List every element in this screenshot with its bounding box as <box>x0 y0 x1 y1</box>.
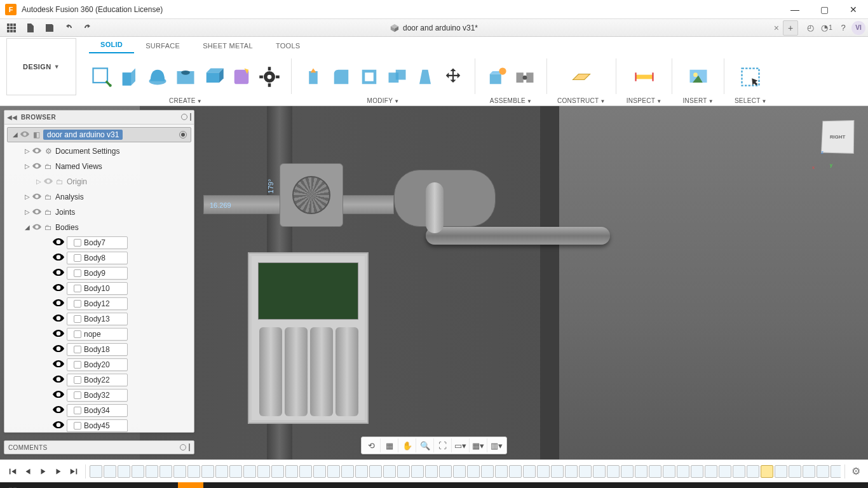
viewcube-face[interactable]: RIGHT <box>821 120 854 154</box>
body-chip[interactable]: Body8 <box>67 252 128 264</box>
comments-options-icon[interactable] <box>180 444 186 451</box>
chrome-taskbar-icon[interactable]: ◉ <box>102 482 127 488</box>
insert-decal-icon[interactable] <box>687 65 710 88</box>
viewport[interactable]: 16.269 179° RIGHT zyx ◀◀ BROWSER ◢◧door … <box>0 106 868 459</box>
zoom-button[interactable]: 🔍 <box>416 438 434 452</box>
timeline-feature[interactable] <box>649 465 661 478</box>
visibility-icon[interactable] <box>53 376 64 384</box>
viewport-layout-button[interactable]: ▥▾ <box>487 438 505 452</box>
tab-surface[interactable]: SURFACE <box>134 39 191 53</box>
timeline-feature[interactable] <box>551 465 564 478</box>
timeline-feature[interactable] <box>775 465 787 478</box>
timeline-feature[interactable] <box>118 465 130 478</box>
expand-icon[interactable]: ▷ <box>35 178 43 185</box>
start-button[interactable] <box>0 482 25 488</box>
extensions-button[interactable]: ◴ <box>802 20 818 36</box>
timeline-feature[interactable] <box>691 465 703 478</box>
timeline-feature[interactable] <box>243 465 256 478</box>
timeline-feature[interactable] <box>439 465 452 478</box>
visibility-icon[interactable] <box>53 330 64 339</box>
body-chip[interactable]: Body13 <box>67 313 128 325</box>
viewcube[interactable]: RIGHT zyx <box>816 115 859 158</box>
timeline-feature[interactable] <box>565 465 578 478</box>
box-icon[interactable] <box>202 65 225 88</box>
close-tab-button[interactable]: × <box>774 23 779 33</box>
timeline-feature[interactable] <box>146 465 158 478</box>
timeline-feature[interactable] <box>817 465 829 478</box>
comments-grip-icon[interactable] <box>189 444 190 451</box>
shell-icon[interactable] <box>358 65 381 88</box>
timeline-feature[interactable] <box>733 465 745 478</box>
display-settings-button[interactable]: ▭▾ <box>452 438 470 452</box>
tree-node[interactable]: ▷🗀Origin <box>4 174 194 189</box>
tree-node[interactable]: ◢🗀Bodies <box>4 220 194 235</box>
visibility-icon[interactable] <box>53 299 64 308</box>
visibility-icon[interactable] <box>53 360 64 369</box>
tree-body-row[interactable]: Body7 <box>4 235 194 250</box>
timeline-feature[interactable] <box>369 465 382 478</box>
revolve-icon[interactable] <box>146 65 169 88</box>
timeline-feature[interactable] <box>747 465 759 478</box>
form-icon[interactable] <box>230 65 253 88</box>
visibility-icon[interactable] <box>53 254 64 262</box>
tree-root[interactable]: ◢◧door and arduino v31 <box>7 127 191 142</box>
tree-body-row[interactable]: Body18 <box>4 342 194 357</box>
timeline-feature[interactable] <box>621 465 634 478</box>
timeline-start-button[interactable] <box>5 464 20 479</box>
settings-gear-icon[interactable] <box>258 65 281 88</box>
body-chip[interactable]: Body22 <box>67 374 128 386</box>
timeline-end-button[interactable] <box>66 464 81 479</box>
tree-body-row[interactable]: Body45 <box>4 418 194 432</box>
timeline-feature[interactable] <box>593 465 606 478</box>
visibility-icon[interactable] <box>53 421 64 430</box>
timeline-feature[interactable] <box>187 465 200 478</box>
timeline-feature[interactable] <box>579 465 592 478</box>
orbit-button[interactable]: ⟲ <box>363 438 381 452</box>
body-chip[interactable]: Body18 <box>67 343 128 356</box>
pan-button[interactable]: ✋ <box>398 438 416 452</box>
job-status-button[interactable]: ◔1 <box>818 20 835 36</box>
browser-options-icon[interactable] <box>181 114 187 120</box>
timeline-feature[interactable] <box>271 465 284 478</box>
timeline-feature[interactable] <box>537 465 550 478</box>
collapse-icon[interactable]: ◀◀ <box>7 114 17 121</box>
visibility-icon[interactable] <box>31 208 43 217</box>
grid-settings-button[interactable]: ▦▾ <box>470 438 487 452</box>
edge-taskbar-icon[interactable]: ◎ <box>153 482 178 488</box>
body-chip[interactable]: Body10 <box>67 282 128 295</box>
timeline-settings-button[interactable]: ⚙ <box>849 465 863 477</box>
body-chip[interactable]: Body34 <box>67 404 128 417</box>
look-at-button[interactable]: ▦ <box>381 438 398 452</box>
timeline-feature[interactable] <box>495 465 508 478</box>
timeline-feature[interactable] <box>467 465 480 478</box>
timeline-feature[interactable] <box>663 465 675 478</box>
sketch-icon[interactable] <box>90 65 113 88</box>
help-button[interactable]: ? <box>835 20 851 36</box>
workspace-selector[interactable]: DESIGN▼ <box>6 38 76 95</box>
timeline-feature[interactable] <box>761 465 773 478</box>
visibility-icon[interactable] <box>31 193 43 201</box>
timeline-step-fwd-button[interactable] <box>51 464 66 479</box>
search-button[interactable]: 🔍 <box>25 482 51 488</box>
tree-body-row[interactable]: Body12 <box>4 296 194 311</box>
visibility-icon[interactable] <box>53 391 64 400</box>
timeline-feature[interactable] <box>481 465 494 478</box>
document-tab[interactable]: door and arduino v31* <box>390 24 478 32</box>
window-minimize-button[interactable]: — <box>780 0 810 19</box>
expand-icon[interactable]: ▷ <box>24 208 31 215</box>
move-icon[interactable] <box>442 65 465 88</box>
new-component-icon[interactable] <box>485 65 508 88</box>
timeline-strip[interactable] <box>90 465 841 478</box>
tree-body-row[interactable]: Body13 <box>4 311 194 327</box>
visibility-icon[interactable] <box>43 177 54 186</box>
body-chip[interactable]: Body45 <box>67 419 128 432</box>
draft-icon[interactable] <box>414 65 437 88</box>
timeline-feature[interactable] <box>90 465 102 478</box>
timeline-feature[interactable] <box>201 465 214 478</box>
timeline-feature[interactable] <box>789 465 801 478</box>
timeline-feature[interactable] <box>215 465 228 478</box>
tree-body-row[interactable]: Body34 <box>4 403 194 418</box>
timeline-feature[interactable] <box>355 465 368 478</box>
tree-node[interactable]: ▷🗀Named Views <box>4 159 194 174</box>
visibility-icon[interactable] <box>53 315 64 323</box>
